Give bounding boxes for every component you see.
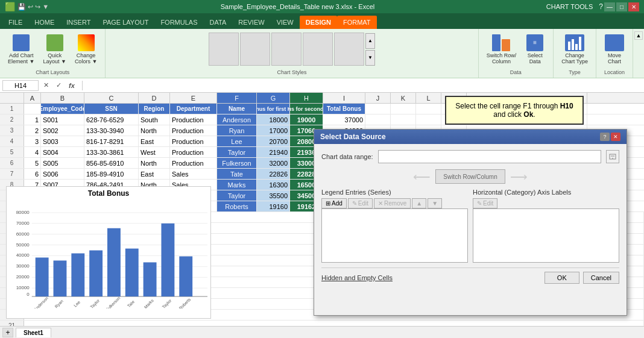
minimize-btn[interactable]: — xyxy=(604,2,615,11)
dialog-ok-btn[interactable]: OK xyxy=(545,272,579,284)
edit-icon: ✎ xyxy=(352,200,357,207)
tab-home[interactable]: HOME xyxy=(28,16,60,29)
tab-insert[interactable]: INSERT xyxy=(60,16,96,29)
svg-text:60000: 60000 xyxy=(16,231,30,237)
move-chart-btn[interactable]: MoveChart xyxy=(601,33,628,66)
new-sheet-btn[interactable]: + xyxy=(2,328,13,337)
chart-data-range-label: Chart data range: xyxy=(321,153,373,160)
select-data-btn[interactable]: ≡ SelectData xyxy=(522,33,548,66)
quick-access[interactable]: 💾 ↩ ↪ ▼ xyxy=(17,3,49,11)
cell-reference-box[interactable]: H14 xyxy=(2,80,39,91)
svg-text:Anderson: Anderson xyxy=(33,296,49,308)
change-colors-btn[interactable]: ChangeColors ▼ xyxy=(72,33,100,66)
svg-rect-28 xyxy=(125,249,139,297)
svg-rect-26 xyxy=(107,228,121,296)
svg-rect-34 xyxy=(179,256,192,296)
col-header-e[interactable]: E xyxy=(170,93,217,103)
sheet-area: A B C D E F G H I J K L M N O P Q R 1 Em… xyxy=(0,93,644,326)
add-series-btn[interactable]: ⊞ Add xyxy=(321,198,347,208)
col-header-a[interactable]: A xyxy=(24,93,41,103)
formula-input[interactable] xyxy=(87,82,642,89)
ribbon-collapse[interactable]: ▲ xyxy=(633,29,644,78)
col-header-b[interactable]: B xyxy=(41,93,84,103)
svg-text:Tate: Tate xyxy=(127,299,135,308)
svg-text:0: 0 xyxy=(27,292,30,297)
svg-text:Lee: Lee xyxy=(73,300,81,308)
svg-rect-20 xyxy=(54,260,67,296)
legend-entries-list[interactable] xyxy=(321,208,468,263)
svg-text:30000: 30000 xyxy=(16,263,30,269)
tab-page-layout[interactable]: PAGE LAYOUT xyxy=(96,16,154,29)
tab-data[interactable]: DATA xyxy=(204,16,233,29)
dialog-minimize-btn[interactable]: ? xyxy=(600,133,610,141)
switch-row-col-area: ⟵ Switch Row/Column ⟶ xyxy=(321,169,619,184)
edit-axis-btn[interactable]: ✎ Edit xyxy=(473,198,497,208)
dialog-title-text: Select Data Source xyxy=(320,133,386,141)
col-header-i[interactable]: I xyxy=(323,93,365,103)
sheet-tab-1[interactable]: Sheet1 xyxy=(16,328,51,337)
edit-series-btn[interactable]: ✎ Edit xyxy=(348,198,373,208)
style-swatch-4[interactable] xyxy=(303,33,333,66)
col-header-d[interactable]: D xyxy=(139,93,170,103)
switch-row-column-btn[interactable]: Switch Row/Column xyxy=(484,33,520,66)
styles-scroll-up[interactable]: ▲ xyxy=(365,33,375,49)
tab-file[interactable]: FILE xyxy=(2,16,28,29)
chart-tools-label: CHART TOOLS xyxy=(546,3,593,10)
svg-rect-30 xyxy=(144,262,157,296)
tab-review[interactable]: REVIEW xyxy=(232,16,270,29)
tab-format[interactable]: FORMAT xyxy=(337,16,377,29)
formula-cancel-btn[interactable]: ✕ xyxy=(41,81,51,89)
hidden-empty-cells-btn[interactable]: Hidden and Empty Cells xyxy=(321,274,393,281)
tab-view[interactable]: VIEW xyxy=(271,16,300,29)
series-up-btn[interactable]: ▲ xyxy=(412,198,426,208)
tooltip-text: Select the cell range F1 through H10 and… xyxy=(455,102,573,119)
remove-series-btn[interactable]: ✕ Remove xyxy=(374,198,411,208)
chart-data-range-input[interactable] xyxy=(378,150,601,163)
tab-formulas[interactable]: FORMULAS xyxy=(154,16,203,29)
chart-styles-label: Chart Styles xyxy=(277,69,306,75)
styles-scroll-down[interactable]: ▼ xyxy=(365,50,375,66)
svg-text:Marks: Marks xyxy=(144,298,155,308)
switch-row-column-dialog-btn[interactable]: Switch Row/Column xyxy=(435,169,505,184)
style-swatch-2[interactable] xyxy=(240,33,270,66)
location-group-label: Location xyxy=(604,69,625,75)
svg-text:70000: 70000 xyxy=(16,221,30,226)
svg-rect-18 xyxy=(36,257,49,296)
col-header-j[interactable]: J xyxy=(365,93,391,103)
col-header-l[interactable]: L xyxy=(416,93,441,103)
function-icon[interactable]: fx xyxy=(66,82,77,89)
svg-text:Fulkerson: Fulkerson xyxy=(105,296,121,308)
dialog-panels: Legend Entries (Series) ⊞ Add ✎ Edit xyxy=(321,189,619,263)
dialog-title-bar: Select Data Source ? ✕ xyxy=(314,130,627,144)
dialog-close-btn[interactable]: ✕ xyxy=(611,133,620,141)
quick-layout-btn[interactable]: QuickLayout ▼ xyxy=(40,33,69,66)
col-header-h[interactable]: H xyxy=(290,93,323,103)
col-header-k[interactable]: K xyxy=(391,93,416,103)
axis-labels-list[interactable] xyxy=(473,208,619,263)
formula-confirm-btn[interactable]: ✓ xyxy=(54,81,64,89)
col-header-g[interactable]: G xyxy=(257,93,290,103)
add-chart-element-btn[interactable]: Add ChartElement ▼ xyxy=(5,33,37,66)
add-icon: ⊞ xyxy=(326,200,330,207)
location-group: MoveChart Location xyxy=(596,29,633,78)
series-down-btn[interactable]: ▼ xyxy=(428,198,442,208)
col-header-f[interactable]: F xyxy=(217,93,257,103)
svg-text:Ryan: Ryan xyxy=(54,299,65,308)
style-swatch-1[interactable] xyxy=(209,33,239,66)
close-btn[interactable]: ✕ xyxy=(628,2,639,11)
col-header-c[interactable]: C xyxy=(84,93,139,103)
chart-data-range-collapse-btn[interactable] xyxy=(606,150,619,163)
style-swatch-5[interactable] xyxy=(334,33,364,66)
change-chart-type-btn[interactable]: ChangeChart Type xyxy=(558,33,591,66)
help-icon[interactable]: ? xyxy=(599,2,603,11)
chart-layouts-group: Add ChartElement ▼ QuickLayout ▼ ChangeC… xyxy=(0,29,106,78)
restore-btn[interactable]: □ xyxy=(616,2,627,11)
chart-layouts-label: Chart Layouts xyxy=(36,69,69,75)
dialog-cancel-btn[interactable]: Cancel xyxy=(583,272,619,284)
chart-svg: 80000 70000 60000 50000 40000 30000 2000… xyxy=(7,200,210,308)
legend-entries-label: Legend Entries (Series) xyxy=(321,189,391,196)
style-swatch-3[interactable] xyxy=(271,33,301,66)
tab-design[interactable]: DESIGN xyxy=(300,16,337,29)
axis-labels-panel: Horizontal (Category) Axis Labels ✎ Edit xyxy=(473,189,619,263)
table-row: 21 xyxy=(0,321,644,326)
